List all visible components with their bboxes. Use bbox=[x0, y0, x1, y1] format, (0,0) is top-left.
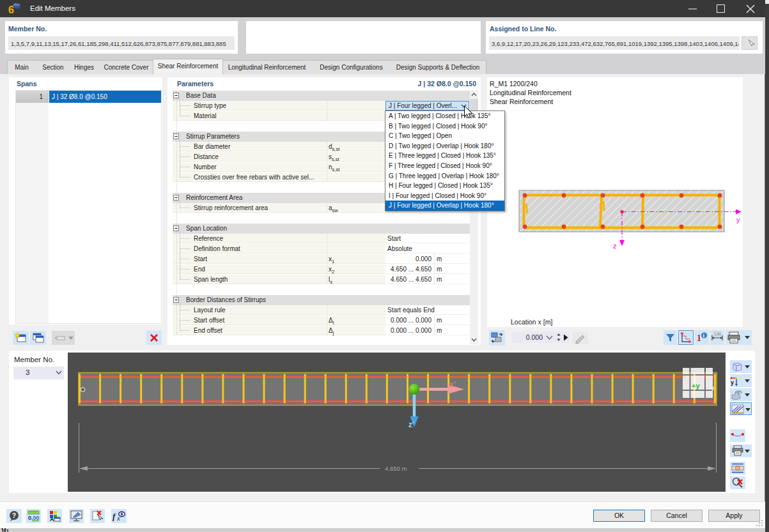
svg-text:x': x' bbox=[449, 380, 456, 389]
svg-text:100: 100 bbox=[715, 332, 720, 336]
svg-text:R_M1 1200/240: R_M1 1200/240 bbox=[490, 80, 538, 87]
svg-text:4.650 m: 4.650 m bbox=[385, 465, 407, 472]
svg-text:z: z bbox=[613, 242, 617, 250]
svg-text:0.00: 0.00 bbox=[28, 515, 40, 521]
svg-text:A: A bbox=[50, 516, 54, 522]
svg-text:Shear Reinforcement: Shear Reinforcement bbox=[490, 98, 553, 105]
svg-text:Longitudinal Reinforcement: Longitudinal Reinforcement bbox=[490, 89, 571, 96]
svg-text:y: y bbox=[736, 216, 740, 224]
svg-text:6: 6 bbox=[8, 4, 14, 15]
svg-text:z': z' bbox=[408, 420, 414, 429]
svg-text:f: f bbox=[113, 512, 116, 521]
svg-text:+y: +y bbox=[692, 382, 700, 390]
svg-text:y: y bbox=[731, 379, 734, 386]
svg-text:?: ? bbox=[12, 512, 16, 519]
svg-text:1: 1 bbox=[697, 333, 701, 343]
